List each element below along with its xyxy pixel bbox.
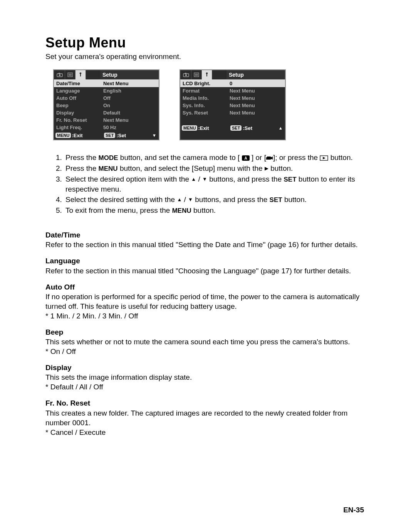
camera-tab-icon [55,70,65,79]
sel-value: 0 [228,79,285,87]
setup-tab-icon [75,70,86,79]
section-body: This sets the image information display … [45,372,371,382]
section-body: Refer to the section in this manual titl… [45,240,371,249]
row-label: Language [54,87,102,94]
setup-screen-2: Setup LCD Bright. 0 FormatNext Menu Medi… [179,69,286,140]
row-value: 50 Hz [102,124,159,131]
set-label: :Set [243,125,252,131]
row-value: Default [102,109,159,116]
sel-label: Date/Time [54,79,102,87]
set-button-label: SET [284,176,297,183]
svg-marker-20 [323,157,325,159]
row-value: On [102,102,159,109]
step-2: Press the MENU button, and select the [S… [64,163,371,173]
set-label: :Set [116,133,126,138]
camera-tab-icon [181,70,191,79]
row-value: Next Menu [228,109,285,116]
setup-screen-1: Setup Date/Time Next Menu LanguageEnglis… [53,69,159,140]
playback-icon [320,155,328,161]
row-label: Media Info. [180,94,228,102]
svg-rect-18 [266,157,267,160]
exit-label: :Exit [198,125,209,131]
section-options: * On / Off [45,347,371,356]
section-display: Display This sets the image information … [45,363,371,392]
page-subtitle: Set your camera's operating environment. [45,52,371,61]
row-label: Beep [54,102,102,109]
svg-rect-8 [185,73,186,74]
up-arrow-icon: ▲ [177,196,182,203]
section-body: This creates a new folder. The captured … [45,408,371,428]
list-tab-icon [191,70,202,79]
sel-value: Next Menu [102,79,159,87]
section-options: * 1 Min. / 2 Min. / 3 Min. / Off [45,311,371,321]
section-title: Display [45,363,371,372]
row-value: Next Menu [228,102,285,109]
down-arrow-icon: ▼ [202,176,207,183]
setup-tab-icon [202,70,212,79]
row-value: Next Menu [228,87,285,94]
menu-button-label: MENU [99,165,118,172]
auto-mode-icon: A [242,155,250,161]
section-body: This sets whether or not to mute the cam… [45,337,371,347]
up-arrow-icon: ▲ [278,126,283,130]
right-arrow-icon: ▶ [265,165,268,172]
svg-point-9 [185,74,187,76]
down-arrow-icon: ▼ [152,133,156,138]
up-arrow-icon: ▲ [191,176,196,183]
section-auto-off: Auto Off If no operation is performed fo… [45,282,371,321]
section-title: Date/Time [45,230,371,240]
menu-badge: MENU [55,133,71,138]
exit-label: :Exit [72,133,82,138]
row-value: English [102,87,159,94]
lcd-screenshots: Setup Date/Time Next Menu LanguageEnglis… [53,69,371,140]
section-title: Fr. No. Reset [45,398,371,408]
row-label: Sys. Info. [180,102,228,109]
svg-point-2 [59,74,60,76]
section-beep: Beep This sets whether or not to mute th… [45,327,371,356]
row-value: Off [102,94,159,102]
page-title: Setup Menu [45,35,371,51]
set-badge: SET [230,125,242,131]
selected-row: LCD Bright. 0 [180,79,285,87]
svg-rect-16 [267,157,271,160]
step-1: Press the MODE button, and set the camer… [64,153,371,163]
sel-label: LCD Bright. [180,79,228,87]
section-body: Refer to the section in this manual titl… [45,266,371,276]
mode-button-label: MODE [99,154,118,162]
section-body: If no operation is performed for a speci… [45,292,371,311]
row-value [228,116,285,124]
menu-badge: MENU [182,125,197,131]
section-options: * Default / All / Off [45,382,371,392]
section-date-time: Date/Time Refer to the section in this m… [45,230,371,249]
row-label: Format [180,87,228,94]
step-4: Select the desired setting with the ▲ / … [64,195,371,205]
movie-mode-icon [266,155,273,161]
selected-row: Date/Time Next Menu [54,79,159,87]
row-label: Display [54,109,102,116]
page-number: EN-35 [343,506,364,514]
section-title: Auto Off [45,282,371,292]
list-tab-icon [65,70,75,79]
step-3: Select the desired option item with the … [64,174,371,194]
row-label: Sys. Reset [180,109,228,116]
section-options: * Cancel / Execute [45,428,371,437]
set-button-label: SET [270,196,282,204]
setup-header: Setup [226,70,285,79]
svg-marker-17 [271,157,273,160]
svg-rect-1 [59,73,60,74]
row-value: Next Menu [102,116,159,124]
option-descriptions: Date/Time Refer to the section in this m… [45,230,371,437]
setup-header: Setup [100,70,159,79]
row-label: Auto Off [54,94,102,102]
section-fr-no-reset: Fr. No. Reset This creates a new folder.… [45,398,371,437]
row-label: Fr. No. Reset [54,116,102,124]
menu-button-label: MENU [172,207,191,214]
step-5: To exit from the menu, press the MENU bu… [64,205,371,215]
down-arrow-icon: ▼ [188,196,193,203]
section-language: Language Refer to the section in this ma… [45,256,371,275]
section-title: Beep [45,327,371,337]
row-label [180,116,228,124]
section-title: Language [45,256,371,266]
row-label: Light Freq. [54,124,102,131]
svg-text:A: A [244,156,247,160]
